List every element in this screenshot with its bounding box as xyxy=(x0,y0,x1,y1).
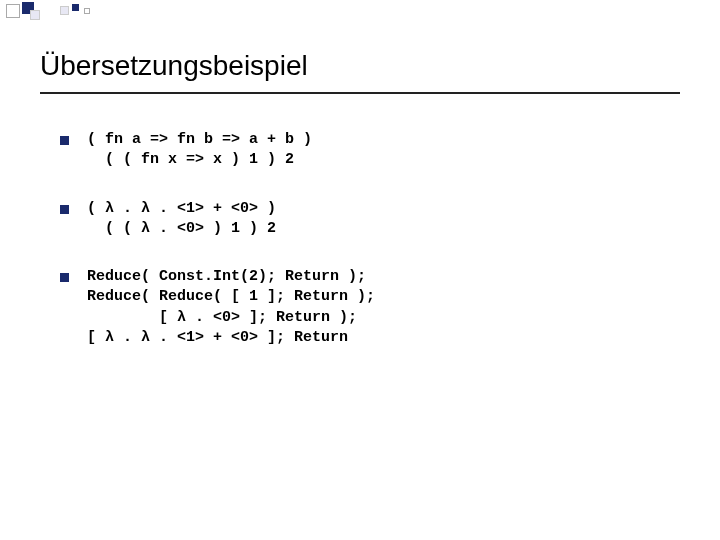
decor-square xyxy=(84,8,90,14)
decor-square xyxy=(60,6,69,15)
title-underline xyxy=(40,92,680,94)
list-item: Reduce( Const.Int(2); Return ); Reduce( … xyxy=(60,267,680,348)
slide: Übersetzungsbeispiel ( fn a => fn b => a… xyxy=(0,0,720,540)
decor-square xyxy=(30,10,40,20)
bullet-icon xyxy=(60,205,69,214)
slide-title: Übersetzungsbeispiel xyxy=(40,50,308,82)
list-item: ( λ . λ . <1> + <0> ) ( ( λ . <0> ) 1 ) … xyxy=(60,199,680,240)
decor-square xyxy=(6,4,20,18)
code-block: ( fn a => fn b => a + b ) ( ( fn x => x … xyxy=(87,130,312,171)
list-item: ( fn a => fn b => a + b ) ( ( fn x => x … xyxy=(60,130,680,171)
code-block: ( λ . λ . <1> + <0> ) ( ( λ . <0> ) 1 ) … xyxy=(87,199,276,240)
bullet-icon xyxy=(60,273,69,282)
decor-square xyxy=(72,4,79,11)
content-area: ( fn a => fn b => a + b ) ( ( fn x => x … xyxy=(60,130,680,376)
bullet-icon xyxy=(60,136,69,145)
decor-top xyxy=(0,0,720,22)
code-block: Reduce( Const.Int(2); Return ); Reduce( … xyxy=(87,267,375,348)
